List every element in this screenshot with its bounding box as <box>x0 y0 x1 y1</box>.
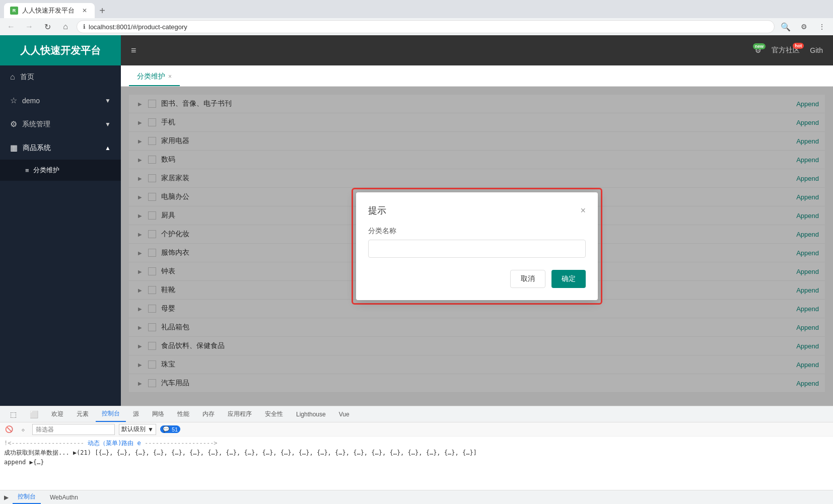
console-line: !<-------------------- 动态（菜单)路由 e ------… <box>4 439 829 448</box>
forward-button[interactable]: → <box>22 20 36 34</box>
confirm-button[interactable]: 确定 <box>551 270 586 288</box>
app-header: ≡ ⚙ new 官方社区 hot Gith <box>121 35 833 65</box>
browser-toolbar: ← → ↻ ⌂ ℹ localhost:8001/#/product-categ… <box>0 18 833 35</box>
reload-button[interactable]: ↻ <box>40 20 54 34</box>
menu-route-link[interactable]: 动态（菜单)路由 e <box>88 440 141 447</box>
category-name-input[interactable] <box>368 240 586 258</box>
devtools-bottom-tab-console[interactable]: 控制台 <box>13 490 41 504</box>
tab-close-icon[interactable]: ✕ <box>81 7 89 15</box>
level-select[interactable]: 默认级别 ▼ <box>119 424 156 435</box>
devtools-tab-welcome[interactable]: 欢迎 <box>45 407 70 421</box>
devtools-tab-elements[interactable]: 元素 <box>71 407 95 421</box>
sidebar-item-home-label: 首页 <box>20 73 34 82</box>
new-tab-button[interactable]: + <box>95 3 110 18</box>
demo-icon: ☆ <box>10 96 17 105</box>
github-label: Gith <box>810 46 823 54</box>
modal-field: 分类名称 <box>368 227 586 258</box>
devtools-bottom-bar: ▶ 控制台 WebAuthn <box>0 490 833 504</box>
expand-icon: ▶ <box>4 494 9 501</box>
community-button[interactable]: 官方社区 hot <box>772 46 800 55</box>
extension-button[interactable]: ⚙ <box>797 20 811 34</box>
modal-close-button[interactable]: × <box>580 205 586 216</box>
devtools-tab-network[interactable]: 网络 <box>146 407 170 421</box>
devtools-content: !<-------------------- 动态（菜单)路由 e ------… <box>0 437 833 490</box>
comment-text: !<-------------------- <box>4 440 88 447</box>
devtools-tabs-bar: ⬚ ⬜ 欢迎 元素 控制台 源 网络 性能 内存 应用程序 安全性 Lighth… <box>0 406 833 422</box>
address-bar[interactable]: ℹ localhost:8001/#/product-category <box>77 20 775 33</box>
console-line: append ▶{…} <box>4 458 829 467</box>
modal-field-label: 分类名称 <box>368 227 586 236</box>
tab-category-label: 分类维护 <box>137 72 165 81</box>
cancel-button[interactable]: 取消 <box>510 270 545 288</box>
message-count-badge: 💬 51 <box>160 425 180 433</box>
settings-badge: new <box>753 43 766 49</box>
devtools-tab-performance[interactable]: 性能 <box>171 407 195 421</box>
sidebar-logo: 人人快速开发平台 <box>0 35 121 65</box>
clear-console-icon[interactable]: 🚫 <box>4 424 14 435</box>
modal-highlight-border: 提示 × 分类名称 取消 确定 <box>352 188 602 305</box>
home-icon: ⌂ <box>10 73 15 82</box>
tab-favicon: R <box>10 7 18 15</box>
tab-category-close[interactable]: × <box>168 73 172 80</box>
sidebar-system-label: 系统管理 <box>22 120 50 129</box>
success-text: 成功获取到菜单数据... ▶(21) [{…}, {…}, {…}, {…}, … <box>4 449 477 456</box>
sidebar-item-home[interactable]: ⌂ 首页 <box>0 65 121 89</box>
browser-tabs-bar: R 人人快速开发平台 ✕ + <box>0 0 833 18</box>
goods-arrow-icon: ▲ <box>105 145 111 152</box>
tab-label: 人人快速开发平台 <box>22 6 75 15</box>
modal-header: 提示 × <box>368 204 586 217</box>
sidebar-group-system[interactable]: ⚙ 系统管理 ▼ <box>0 112 121 136</box>
tab-category[interactable]: 分类维护 × <box>129 68 180 86</box>
level-select-arrow: ▼ <box>148 426 154 433</box>
demo-arrow-icon: ▼ <box>105 97 111 104</box>
community-badge: hot <box>793 43 804 49</box>
devtools-panel: ⬚ ⬜ 欢迎 元素 控制台 源 网络 性能 内存 应用程序 安全性 Lighth… <box>0 406 833 504</box>
devtools-tab-vue[interactable]: Vue <box>333 408 356 421</box>
modal-dialog: 提示 × 分类名称 取消 确定 <box>356 192 598 300</box>
sidebar-category-label: 分类维护 <box>33 166 59 175</box>
page-content: ▶ 图书、音像、电子书刊 Append ▶ 手机 Append ▶ 家用电器 A… <box>121 87 833 406</box>
devtools-tab-lighthouse[interactable]: Lighthouse <box>290 408 332 421</box>
message-icon: 💬 <box>163 426 170 433</box>
devtools-tab-security[interactable]: 安全性 <box>259 407 289 421</box>
devtools-inspect-icon[interactable]: ⬚ <box>4 407 23 421</box>
back-button[interactable]: ← <box>4 20 18 34</box>
devtools-bottom-tab-webauthn[interactable]: WebAuthn <box>45 492 83 503</box>
sidebar-demo-label: demo <box>22 97 40 105</box>
modal-actions: 取消 确定 <box>368 270 586 288</box>
home-button[interactable]: ⌂ <box>58 20 73 34</box>
devtools-toolbar: 🚫 ⬦ 默认级别 ▼ 💬 51 <box>0 422 833 437</box>
sidebar: 人人快速开发平台 ⌂ 首页 ☆ demo ▼ ⚙ 系统管理 ▼ ▦ 商品系统 ▲… <box>0 35 121 406</box>
append-text: append ▶{…} <box>4 459 44 466</box>
devtools-tab-sources[interactable]: 源 <box>127 407 145 421</box>
sidebar-goods-label: 商品系统 <box>23 143 51 153</box>
sidebar-group-goods[interactable]: ▦ 商品系统 ▲ <box>0 136 121 160</box>
settings-button[interactable]: ⚙ new <box>755 46 761 54</box>
modal-overlay: 提示 × 分类名称 取消 确定 <box>121 87 833 406</box>
devtools-tab-console[interactable]: 控制台 <box>96 406 126 422</box>
address-text: localhost:8001/#/product-category <box>89 23 187 31</box>
filter-icon[interactable]: ⬦ <box>18 424 28 435</box>
devtools-device-icon[interactable]: ⬜ <box>24 407 44 421</box>
category-menu-icon: ≡ <box>25 167 29 174</box>
search-button[interactable]: 🔍 <box>779 20 793 34</box>
sidebar-group-demo[interactable]: ☆ demo ▼ <box>0 89 121 112</box>
tabs-bar: 分类维护 × <box>121 65 833 87</box>
comment-text-end: -------------------> <box>141 440 218 447</box>
console-line: 成功获取到菜单数据... ▶(21) [{…}, {…}, {…}, {…}, … <box>4 448 829 458</box>
security-icon: ℹ <box>83 23 86 30</box>
devtools-tab-memory[interactable]: 内存 <box>196 407 221 421</box>
goods-icon: ▦ <box>10 143 18 153</box>
system-arrow-icon: ▼ <box>105 121 111 128</box>
github-button[interactable]: Gith <box>810 46 823 54</box>
active-tab[interactable]: R 人人快速开发平台 ✕ <box>4 3 95 18</box>
level-select-label: 默认级别 <box>121 425 146 434</box>
modal-title: 提示 <box>368 204 386 217</box>
message-count: 51 <box>172 426 178 433</box>
system-icon: ⚙ <box>10 119 17 129</box>
more-button[interactable]: ⋮ <box>815 20 829 34</box>
devtools-filter-input[interactable] <box>32 424 115 435</box>
devtools-tab-application[interactable]: 应用程序 <box>222 407 258 421</box>
sidebar-item-category[interactable]: ≡ 分类维护 <box>0 160 121 181</box>
menu-toggle-button[interactable]: ≡ <box>131 45 136 56</box>
